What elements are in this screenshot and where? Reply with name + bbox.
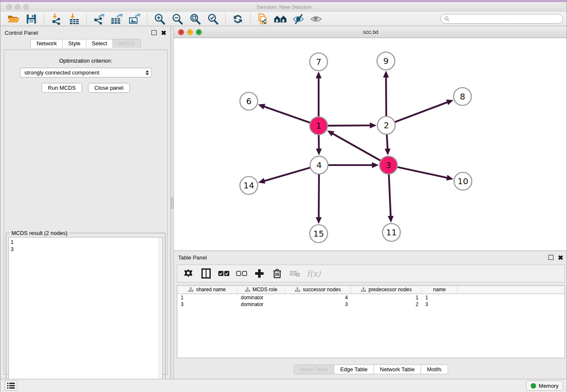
export-image-icon[interactable]: [127, 13, 142, 25]
result-scrollbar[interactable]: [159, 237, 162, 390]
graph-edge-3-1[interactable]: [332, 133, 380, 161]
tab-edge-table[interactable]: Edge Table: [334, 364, 374, 374]
tab-network-table[interactable]: Network Table: [374, 364, 421, 374]
graph-node-6[interactable]: 6: [240, 92, 258, 110]
create-column-icon[interactable]: [253, 268, 265, 279]
optimization-criterion-label: Optimization criterion:: [4, 58, 167, 64]
tab-select[interactable]: Select: [86, 39, 113, 48]
zoom-in-icon[interactable]: [152, 13, 167, 25]
graph-node-2[interactable]: 2: [377, 116, 395, 134]
graph-edge-2-8[interactable]: [395, 102, 448, 122]
table-cell[interactable]: 1: [422, 294, 457, 301]
table-cell[interactable]: 4: [285, 294, 351, 301]
memory-label: Memory: [539, 383, 559, 389]
search-box[interactable]: [440, 14, 563, 24]
table-cell[interactable]: 2: [351, 301, 422, 308]
export-table-icon[interactable]: [110, 13, 124, 25]
tab-motifs[interactable]: Motifs: [421, 364, 448, 374]
export-network-icon[interactable]: [92, 13, 106, 25]
column-header[interactable]: successor nodes: [285, 286, 351, 293]
clone-network-view-icon[interactable]: [256, 13, 270, 25]
table-cell[interactable]: 1: [351, 294, 422, 301]
graph-edge-2-9[interactable]: [386, 77, 386, 116]
graph-edge-3-10[interactable]: [397, 167, 448, 178]
import-network-icon[interactable]: [49, 13, 63, 25]
table-cell[interactable]: 1: [177, 294, 237, 301]
hide-selected-icon[interactable]: [291, 13, 306, 25]
column-header[interactable]: name: [422, 286, 457, 293]
column-header[interactable]: shared name: [177, 286, 237, 293]
mcds-result-text[interactable]: 13: [8, 237, 163, 390]
graph-node-1[interactable]: 1: [310, 117, 328, 135]
search-input[interactable]: [451, 16, 559, 22]
column-header[interactable]: predecessor nodes: [351, 286, 422, 293]
memory-button[interactable]: Memory: [526, 381, 563, 391]
graph-edge-3-11[interactable]: [389, 174, 391, 217]
graph-node-8[interactable]: 8: [454, 88, 471, 105]
zoom-selected-icon[interactable]: [206, 13, 220, 25]
table-options-gear-icon[interactable]: [182, 268, 194, 279]
delete-columns-icon[interactable]: [271, 268, 283, 279]
tab-node-table[interactable]: Node Table: [294, 364, 334, 374]
graph-node-4[interactable]: 4: [310, 156, 328, 174]
table-row[interactable]: 3dominator323: [177, 301, 564, 308]
float-panel-icon[interactable]: [151, 30, 157, 35]
close-panel-button[interactable]: Close panel: [88, 83, 130, 93]
table-header-row[interactable]: shared nameMCDS rolesuccessor nodesprede…: [177, 286, 564, 294]
main-titlebar[interactable]: Session: New Session: [0, 2, 567, 12]
show-all-icon[interactable]: [309, 13, 323, 25]
graph-node-14[interactable]: 14: [240, 177, 258, 194]
task-history-button[interactable]: [5, 381, 17, 391]
graph-edge-2-3[interactable]: [387, 134, 388, 149]
zoom-out-icon[interactable]: [170, 13, 184, 25]
table-cell[interactable]: 3: [422, 301, 457, 308]
refresh-view-icon[interactable]: [231, 13, 245, 25]
graph-edge-1-6[interactable]: [264, 106, 310, 123]
mcds-result-title: MCDS result (2 nodes): [10, 230, 69, 236]
control-panel-title: Control Panel: [5, 30, 38, 36]
tab-network[interactable]: Network: [30, 39, 63, 48]
graph-node-11[interactable]: 11: [383, 224, 400, 241]
run-mcds-button[interactable]: Run MCDS: [41, 83, 82, 93]
float-table-panel-icon[interactable]: [548, 255, 553, 260]
table-cell[interactable]: dominator: [237, 301, 285, 308]
network-graph[interactable]: 7968124314101511: [174, 38, 567, 250]
graph-node-9[interactable]: 9: [377, 52, 395, 70]
import-table-icon[interactable]: [67, 13, 81, 25]
tab-style[interactable]: Style: [62, 39, 86, 48]
graph-node-10[interactable]: 10: [454, 172, 472, 190]
graph-node-15[interactable]: 15: [310, 225, 328, 243]
graph-node-3[interactable]: 3: [380, 156, 397, 174]
graph-node-7[interactable]: 7: [310, 53, 328, 71]
unselect-all-checkboxes-icon[interactable]: [236, 268, 248, 279]
column-header[interactable]: MCDS role: [237, 286, 285, 293]
select-all-checkboxes-icon[interactable]: [218, 268, 230, 279]
table-row[interactable]: 1dominator411: [177, 294, 564, 301]
close-table-panel-icon[interactable]: ✖: [558, 254, 563, 261]
open-session-icon[interactable]: [6, 13, 21, 25]
graph-edge-4-15[interactable]: [319, 174, 319, 218]
graph-edge-4-14[interactable]: [264, 168, 311, 181]
window-title: Session: New Session: [0, 4, 567, 10]
optimization-criterion-select[interactable]: strongly connected component: [20, 68, 152, 77]
search-icon: [444, 16, 449, 22]
graph-edge-1-2[interactable]: [328, 125, 371, 126]
network-canvas[interactable]: 7968124314101511: [174, 38, 567, 250]
tab-mcds[interactable]: MCDS: [113, 39, 140, 48]
list-icon: [7, 383, 15, 389]
table-cell[interactable]: 3: [285, 301, 351, 308]
svg-text:9: 9: [383, 56, 389, 66]
first-neighbors-icon[interactable]: [273, 13, 288, 25]
selected-criterion: strongly connected component: [25, 69, 146, 76]
table-tabs: Node Table Edge Table Network Table Moti…: [174, 364, 567, 374]
save-session-icon[interactable]: [24, 13, 39, 25]
select-stepper-icon: [146, 70, 149, 75]
zoom-fit-icon[interactable]: [188, 13, 202, 25]
table-cell[interactable]: dominator: [237, 294, 285, 301]
node-table[interactable]: shared nameMCDS rolesuccessor nodesprede…: [177, 285, 565, 358]
table-cell[interactable]: 3: [177, 301, 237, 308]
close-panel-icon[interactable]: ✖: [161, 30, 166, 36]
network-window-titlebar[interactable]: × − + scc.txt: [174, 26, 567, 38]
network-view-window: × − + scc.txt 7968124314101511: [173, 26, 567, 251]
show-columns-icon[interactable]: [200, 268, 212, 279]
